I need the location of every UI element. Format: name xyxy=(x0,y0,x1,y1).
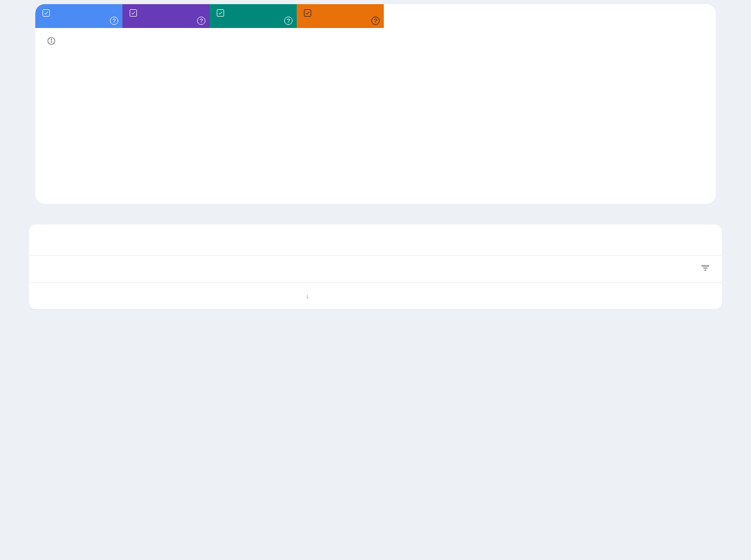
performance-line-chart xyxy=(44,57,707,191)
metric-total-clicks[interactable]: ? xyxy=(35,4,122,28)
info-icon xyxy=(47,36,56,47)
col-clicks[interactable]: ↓ xyxy=(162,283,324,310)
checkbox-checked-icon xyxy=(43,9,50,17)
col-top-queries[interactable] xyxy=(29,283,162,310)
performance-chart-card: ? ? xyxy=(35,4,716,204)
help-icon[interactable]: ? xyxy=(371,17,380,25)
col-ctr[interactable] xyxy=(456,283,589,310)
metric-average-ctr[interactable]: ? xyxy=(210,4,297,28)
queries-table-card: ↓ xyxy=(29,225,722,310)
help-icon[interactable]: ? xyxy=(197,17,205,25)
col-impressions[interactable] xyxy=(324,283,456,310)
col-position[interactable] xyxy=(589,283,722,310)
table-tabs xyxy=(29,225,722,256)
help-icon[interactable]: ? xyxy=(110,17,118,25)
svg-point-2 xyxy=(51,39,51,39)
checkbox-checked-icon xyxy=(217,9,224,17)
help-icon[interactable]: ? xyxy=(284,17,293,25)
queries-table: ↓ xyxy=(29,282,722,310)
metric-average-position[interactable]: ? xyxy=(297,4,384,28)
metric-tiles: ? ? xyxy=(35,4,716,28)
checkbox-checked-icon xyxy=(130,9,137,17)
filter-icon[interactable] xyxy=(700,263,711,275)
metric-total-impressions[interactable]: ? xyxy=(122,4,210,28)
partial-data-notice xyxy=(35,28,716,51)
sort-desc-icon: ↓ xyxy=(306,292,310,300)
checkbox-checked-icon xyxy=(304,9,311,17)
